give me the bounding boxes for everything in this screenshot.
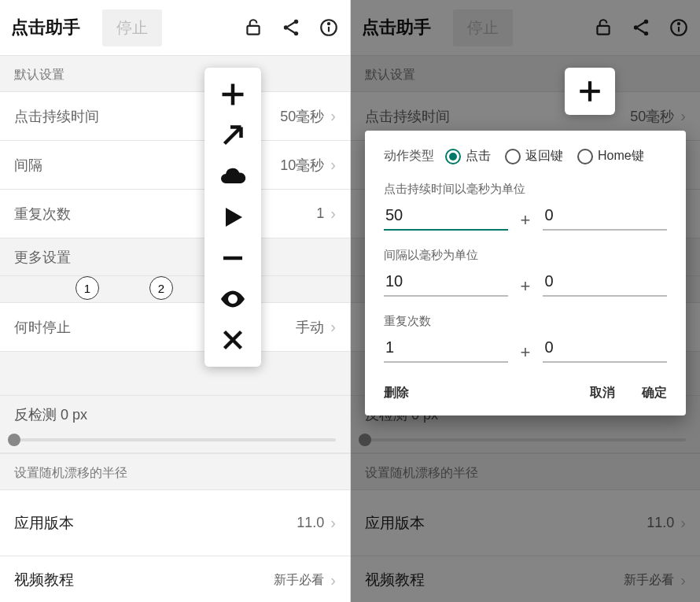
chevron-right-icon: › [330,156,336,174]
plus-minus-icon: + [519,210,532,231]
chevron-right-icon: › [330,318,336,336]
floating-toolbar-collapsed[interactable] [565,68,615,115]
interval-random-input[interactable]: 0 [543,268,667,297]
row-interval[interactable]: 间隔 10毫秒 › [0,141,350,190]
svg-point-6 [328,23,330,24]
eye-icon[interactable] [212,279,253,319]
duration-label: 点击持续时间以毫秒为单位 [384,182,667,197]
add-swipe-icon[interactable] [212,115,253,156]
duration-random-input[interactable]: 0 [543,201,667,231]
repeat-random-input[interactable]: 0 [543,334,667,363]
click-target-marker-2[interactable]: 2 [149,276,173,300]
row-video-tutorial[interactable]: 视频教程 新手必看 › [0,556,350,602]
cancel-button[interactable]: 取消 [590,385,615,401]
section-more-settings: 更多设置 [0,238,350,276]
cloud-icon[interactable] [212,156,253,197]
chevron-right-icon: › [330,205,336,223]
radio-back[interactable]: 返回键 [505,148,563,164]
close-icon[interactable] [212,319,253,360]
slider-thumb[interactable] [8,434,20,446]
stop-button[interactable]: 停止 [102,9,162,46]
chevron-right-icon: › [330,514,336,532]
action-settings-dialog: 动作类型 点击 返回键 Home键 点击持续时间以毫秒为单位 50 + 0 [365,131,686,415]
add-click-icon[interactable] [212,74,253,115]
remove-icon[interactable] [212,238,253,279]
play-icon[interactable] [212,197,253,238]
action-type-label: 动作类型 [384,148,434,164]
interval-label: 间隔以毫秒为单位 [384,248,667,263]
header: 点击助手 停止 [0,0,350,55]
app-screen-settings: 点击助手 停止 默认设置 点击持续时间 50毫秒 › 间隔 10毫秒 › 重复次 [0,0,350,602]
floating-toolbar[interactable] [204,68,261,367]
anti-detection-slider[interactable] [0,424,350,453]
row-repeat[interactable]: 重复次数 1 › [0,190,350,238]
duration-input[interactable]: 50 [384,201,508,231]
row-click-duration[interactable]: 点击持续时间 50毫秒 › [0,92,350,141]
info-icon[interactable] [319,17,339,38]
interval-input[interactable]: 10 [384,268,508,297]
app-screen-dialog: 点击助手 停止 默认设置 点击持续时间50毫秒› 间隔10毫秒› 重复次数1› … [350,0,700,602]
repeat-input[interactable]: 1 [384,334,508,363]
share-icon[interactable] [281,17,301,38]
delete-button[interactable]: 删除 [384,385,409,401]
lock-icon[interactable] [243,17,263,38]
svg-rect-0 [247,26,259,35]
app-title: 点击助手 [11,16,80,39]
row-stop-when[interactable]: 何时停止 手动 › [0,303,350,352]
confirm-button[interactable]: 确定 [642,385,667,401]
radio-click[interactable]: 点击 [445,148,491,164]
radio-home[interactable]: Home键 [577,148,644,164]
plus-minus-icon: + [519,276,532,297]
plus-minus-icon: + [519,342,532,363]
chevron-right-icon: › [330,571,336,589]
row-app-version[interactable]: 应用版本 11.0 › [0,490,350,556]
section-default-settings: 默认设置 [0,55,350,92]
chevron-right-icon: › [330,107,336,125]
svg-point-10 [230,297,235,301]
section-drift-radius: 设置随机漂移的半径 [0,453,350,490]
repeat-label: 重复次数 [384,314,667,329]
click-target-marker-1[interactable]: 1 [76,276,99,300]
anti-detection-label: 反检测 0 px [0,396,350,424]
